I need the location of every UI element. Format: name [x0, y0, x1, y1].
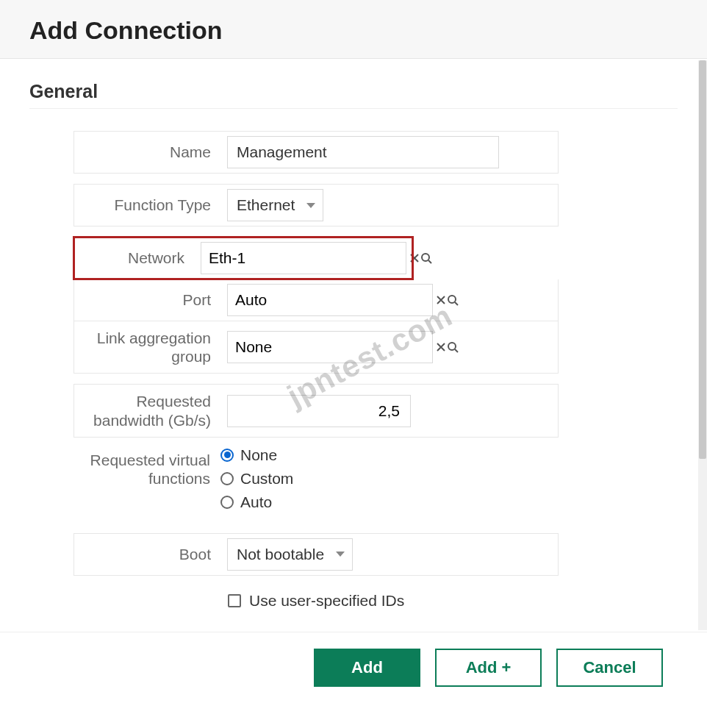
use-user-specified-ids-checkbox[interactable]: Use user-specified IDs [228, 592, 678, 610]
dialog-footer: Add Add + Cancel [0, 632, 707, 709]
cancel-button-label: Cancel [583, 658, 636, 677]
add-plus-button[interactable]: Add + [435, 649, 542, 687]
row-lag: Link aggregation group [73, 321, 559, 374]
label-requested-bandwidth: Requested bandwidth (Gb/s) [74, 385, 221, 436]
row-function-type: Function Type Ethernet [73, 184, 559, 226]
scrollbar[interactable] [698, 60, 707, 630]
clear-icon[interactable] [435, 285, 447, 315]
dialog-body: jpntest.com General Name Function Type E… [0, 59, 707, 632]
svg-point-2 [448, 343, 456, 350]
radio-vf-custom[interactable]: Custom [220, 467, 293, 490]
radio-icon [220, 472, 234, 485]
label-network: Network [74, 238, 195, 279]
clear-icon[interactable] [435, 332, 447, 363]
svg-point-1 [448, 296, 456, 303]
row-port: Port [73, 279, 559, 321]
network-input[interactable] [201, 243, 409, 274]
name-input[interactable] [227, 136, 499, 168]
label-name: Name [74, 132, 221, 173]
row-requested-virtual-functions: Requested virtual functions None Custom [73, 438, 559, 523]
clear-icon[interactable] [409, 243, 420, 274]
checkbox-icon [228, 594, 241, 607]
dialog-header: Add Connection [0, 0, 707, 59]
search-icon[interactable] [420, 243, 432, 274]
search-icon[interactable] [447, 285, 459, 315]
chevron-down-icon [336, 552, 345, 557]
label-boot: Boot [74, 534, 221, 575]
radio-vf-custom-label: Custom [240, 470, 293, 488]
lag-input[interactable] [228, 332, 435, 363]
label-requested-virtual-functions: Requested virtual functions [73, 438, 220, 495]
label-lag: Link aggregation group [74, 321, 221, 373]
boot-value: Not bootable [237, 546, 324, 563]
search-icon[interactable] [447, 332, 459, 363]
label-port: Port [74, 279, 221, 321]
network-combo [201, 242, 406, 274]
radio-vf-auto[interactable]: Auto [220, 490, 293, 514]
function-type-value: Ethernet [237, 196, 295, 214]
add-plus-button-label: Add + [466, 658, 512, 677]
lag-combo [227, 331, 433, 363]
radio-vf-none-label: None [240, 446, 277, 464]
radio-vf-auto-label: Auto [240, 493, 272, 511]
svg-point-0 [422, 254, 429, 261]
add-button[interactable]: Add [314, 649, 420, 687]
radio-vf-none[interactable]: None [220, 443, 293, 467]
section-separator [29, 108, 678, 109]
use-user-specified-ids-label: Use user-specified IDs [249, 592, 404, 610]
boot-select[interactable]: Not bootable [227, 538, 353, 571]
row-network: Network [73, 237, 413, 279]
row-name: Name [73, 131, 559, 174]
port-combo [227, 284, 433, 316]
chevron-down-icon [306, 203, 315, 208]
row-boot: Boot Not bootable [73, 533, 559, 576]
requested-bandwidth-input[interactable] [227, 395, 411, 427]
add-connection-dialog: Add Connection jpntest.com General Name … [0, 0, 707, 709]
radio-icon [220, 449, 234, 462]
port-input[interactable] [228, 285, 435, 315]
add-button-label: Add [351, 658, 383, 677]
row-requested-bandwidth: Requested bandwidth (Gb/s) [73, 384, 559, 437]
label-function-type: Function Type [74, 185, 221, 226]
cancel-button[interactable]: Cancel [556, 649, 663, 687]
function-type-select[interactable]: Ethernet [227, 189, 323, 221]
radio-icon [220, 496, 234, 509]
section-title-general: General [29, 81, 678, 102]
scrollbar-thumb[interactable] [699, 60, 706, 459]
general-form: Name Function Type Ethernet Network [73, 131, 559, 576]
dialog-title: Add Connection [29, 16, 678, 45]
